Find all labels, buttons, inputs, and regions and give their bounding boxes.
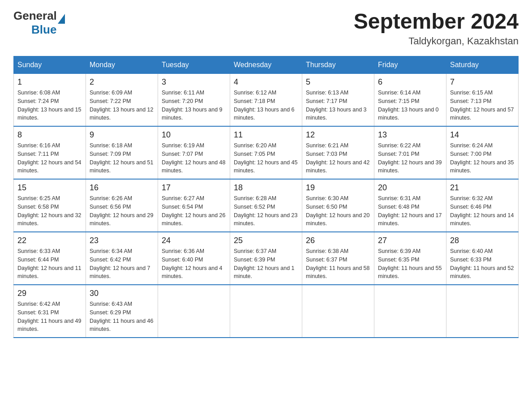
calendar-cell: 24Sunrise: 6:36 AMSunset: 6:40 PMDayligh… <box>158 232 230 285</box>
calendar-cell: 29Sunrise: 6:42 AMSunset: 6:31 PMDayligh… <box>14 285 86 338</box>
day-number: 7 <box>450 77 515 87</box>
calendar-cell <box>446 285 519 338</box>
day-number: 10 <box>162 130 226 140</box>
day-info: Sunrise: 6:15 AMSunset: 7:13 PMDaylight:… <box>450 89 515 122</box>
day-info: Sunrise: 6:42 AMSunset: 6:31 PMDaylight:… <box>17 300 82 334</box>
calendar-cell: 22Sunrise: 6:33 AMSunset: 6:44 PMDayligh… <box>14 232 86 285</box>
calendar-cell: 1Sunrise: 6:08 AMSunset: 7:24 PMDaylight… <box>14 74 86 127</box>
day-info: Sunrise: 6:39 AMSunset: 6:35 PMDaylight:… <box>378 247 442 281</box>
calendar-cell: 3Sunrise: 6:11 AMSunset: 7:20 PMDaylight… <box>158 74 230 127</box>
calendar-cell: 26Sunrise: 6:38 AMSunset: 6:37 PMDayligh… <box>302 232 374 285</box>
calendar-cell: 16Sunrise: 6:26 AMSunset: 6:56 PMDayligh… <box>86 179 158 232</box>
day-info: Sunrise: 6:20 AMSunset: 7:05 PMDaylight:… <box>234 141 298 175</box>
location: Taldykorgan, Kazakhstan <box>354 35 519 47</box>
month-year: September 2024 <box>354 9 519 34</box>
col-header-saturday: Saturday <box>446 56 519 74</box>
calendar-cell: 14Sunrise: 6:24 AMSunset: 7:00 PMDayligh… <box>446 126 519 179</box>
day-number: 13 <box>378 130 442 140</box>
calendar-cell: 28Sunrise: 6:40 AMSunset: 6:33 PMDayligh… <box>446 232 519 285</box>
day-info: Sunrise: 6:11 AMSunset: 7:20 PMDaylight:… <box>162 89 226 122</box>
day-info: Sunrise: 6:25 AMSunset: 6:58 PMDaylight:… <box>17 194 82 228</box>
calendar-cell: 25Sunrise: 6:37 AMSunset: 6:39 PMDayligh… <box>230 232 302 285</box>
week-row-3: 15Sunrise: 6:25 AMSunset: 6:58 PMDayligh… <box>14 179 519 232</box>
calendar-cell: 8Sunrise: 6:16 AMSunset: 7:11 PMDaylight… <box>14 126 86 179</box>
day-number: 19 <box>306 183 370 193</box>
day-number: 16 <box>90 183 154 193</box>
day-number: 26 <box>306 236 370 245</box>
col-header-wednesday: Wednesday <box>230 56 302 74</box>
logo-text-general: General <box>13 9 57 23</box>
day-number: 12 <box>306 130 370 140</box>
day-info: Sunrise: 6:21 AMSunset: 7:03 PMDaylight:… <box>306 141 370 175</box>
day-number: 8 <box>17 130 82 140</box>
col-header-sunday: Sunday <box>14 56 86 74</box>
day-info: Sunrise: 6:43 AMSunset: 6:29 PMDaylight:… <box>90 300 154 334</box>
calendar-cell: 6Sunrise: 6:14 AMSunset: 7:15 PMDaylight… <box>374 74 446 127</box>
day-number: 22 <box>17 236 82 245</box>
day-number: 28 <box>450 236 515 245</box>
day-number: 24 <box>162 236 226 245</box>
logo-text-blue: Blue <box>31 23 56 37</box>
col-header-thursday: Thursday <box>302 56 374 74</box>
col-header-friday: Friday <box>374 56 446 74</box>
day-number: 3 <box>162 77 226 87</box>
day-info: Sunrise: 6:08 AMSunset: 7:24 PMDaylight:… <box>17 89 82 122</box>
week-row-4: 22Sunrise: 6:33 AMSunset: 6:44 PMDayligh… <box>14 232 519 285</box>
day-info: Sunrise: 6:30 AMSunset: 6:50 PMDaylight:… <box>306 194 370 228</box>
day-info: Sunrise: 6:24 AMSunset: 7:00 PMDaylight:… <box>450 141 515 175</box>
col-header-tuesday: Tuesday <box>158 56 230 74</box>
day-number: 4 <box>234 77 298 87</box>
calendar-cell: 15Sunrise: 6:25 AMSunset: 6:58 PMDayligh… <box>14 179 86 232</box>
day-number: 1 <box>17 77 82 87</box>
day-number: 15 <box>17 183 82 193</box>
day-number: 9 <box>90 130 154 140</box>
day-info: Sunrise: 6:28 AMSunset: 6:52 PMDaylight:… <box>234 194 298 228</box>
calendar-cell: 20Sunrise: 6:31 AMSunset: 6:48 PMDayligh… <box>374 179 446 232</box>
page-header: General Blue September 2024 Taldykorgan,… <box>13 9 519 47</box>
day-info: Sunrise: 6:34 AMSunset: 6:42 PMDaylight:… <box>90 247 154 281</box>
calendar-cell <box>230 285 302 338</box>
calendar-cell <box>302 285 374 338</box>
day-number: 14 <box>450 130 515 140</box>
week-row-5: 29Sunrise: 6:42 AMSunset: 6:31 PMDayligh… <box>14 285 519 338</box>
day-info: Sunrise: 6:37 AMSunset: 6:39 PMDaylight:… <box>234 247 298 281</box>
day-number: 29 <box>17 289 82 298</box>
calendar-cell <box>374 285 446 338</box>
calendar-cell: 4Sunrise: 6:12 AMSunset: 7:18 PMDaylight… <box>230 74 302 127</box>
calendar-header-row: SundayMondayTuesdayWednesdayThursdayFrid… <box>14 56 519 74</box>
day-number: 20 <box>378 183 442 193</box>
day-number: 18 <box>234 183 298 193</box>
logo: General Blue <box>13 9 65 37</box>
calendar-cell: 30Sunrise: 6:43 AMSunset: 6:29 PMDayligh… <box>86 285 158 338</box>
calendar-cell <box>158 285 230 338</box>
day-info: Sunrise: 6:09 AMSunset: 7:22 PMDaylight:… <box>90 89 154 122</box>
day-info: Sunrise: 6:27 AMSunset: 6:54 PMDaylight:… <box>162 194 226 228</box>
calendar-cell: 13Sunrise: 6:22 AMSunset: 7:01 PMDayligh… <box>374 126 446 179</box>
day-number: 6 <box>378 77 442 87</box>
calendar-cell: 18Sunrise: 6:28 AMSunset: 6:52 PMDayligh… <box>230 179 302 232</box>
calendar-cell: 10Sunrise: 6:19 AMSunset: 7:07 PMDayligh… <box>158 126 230 179</box>
week-row-1: 1Sunrise: 6:08 AMSunset: 7:24 PMDaylight… <box>14 74 519 127</box>
day-number: 5 <box>306 77 370 87</box>
day-number: 11 <box>234 130 298 140</box>
day-info: Sunrise: 6:22 AMSunset: 7:01 PMDaylight:… <box>378 141 442 175</box>
day-number: 21 <box>450 183 515 193</box>
calendar-cell: 11Sunrise: 6:20 AMSunset: 7:05 PMDayligh… <box>230 126 302 179</box>
calendar-cell: 9Sunrise: 6:18 AMSunset: 7:09 PMDaylight… <box>86 126 158 179</box>
day-number: 17 <box>162 183 226 193</box>
day-info: Sunrise: 6:13 AMSunset: 7:17 PMDaylight:… <box>306 89 370 122</box>
day-info: Sunrise: 6:19 AMSunset: 7:07 PMDaylight:… <box>162 141 226 175</box>
calendar-cell: 5Sunrise: 6:13 AMSunset: 7:17 PMDaylight… <box>302 74 374 127</box>
day-info: Sunrise: 6:36 AMSunset: 6:40 PMDaylight:… <box>162 247 226 281</box>
day-info: Sunrise: 6:33 AMSunset: 6:44 PMDaylight:… <box>17 247 82 281</box>
calendar-table: SundayMondayTuesdayWednesdayThursdayFrid… <box>13 56 519 338</box>
day-info: Sunrise: 6:32 AMSunset: 6:46 PMDaylight:… <box>450 194 515 228</box>
title-block: September 2024 Taldykorgan, Kazakhstan <box>354 9 519 47</box>
day-info: Sunrise: 6:14 AMSunset: 7:15 PMDaylight:… <box>378 89 442 122</box>
col-header-monday: Monday <box>86 56 158 74</box>
day-number: 25 <box>234 236 298 245</box>
day-info: Sunrise: 6:18 AMSunset: 7:09 PMDaylight:… <box>90 141 154 175</box>
day-info: Sunrise: 6:26 AMSunset: 6:56 PMDaylight:… <box>90 194 154 228</box>
day-number: 2 <box>90 77 154 87</box>
calendar-cell: 23Sunrise: 6:34 AMSunset: 6:42 PMDayligh… <box>86 232 158 285</box>
